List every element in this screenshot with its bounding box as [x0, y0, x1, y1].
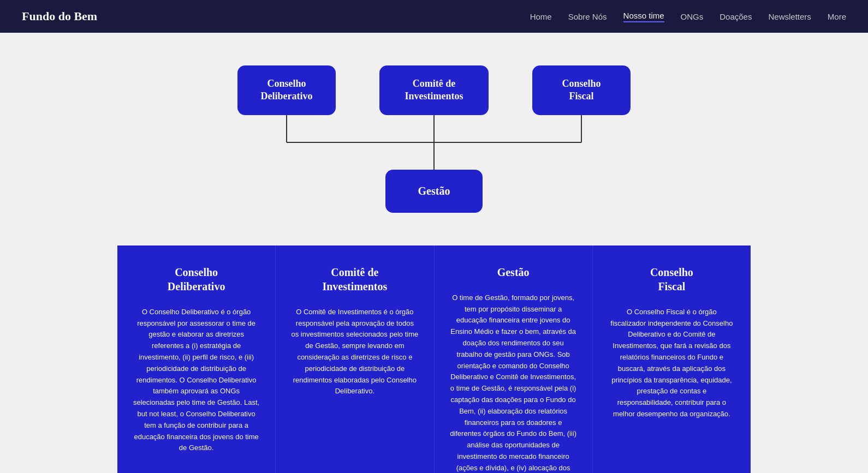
header: Fundo do Bem Home Sobre Nós Nosso time O…	[0, 0, 868, 33]
nav-ongs[interactable]: ONGs	[681, 12, 704, 21]
card-text-2: O Comitê de Investimentos é o órgão resp…	[291, 307, 418, 473]
cards-container: ConselhoDeliberativo O Conselho Delibera…	[11, 246, 857, 473]
card-title-2: Comitê deInvestimentos	[291, 265, 418, 294]
card-text-3: O time de Gestão, formado por jovens, te…	[450, 292, 577, 473]
logo: Fundo do Bem	[22, 9, 97, 23]
card-title-4: ConselhoFiscal	[608, 265, 735, 294]
nav-more[interactable]: More	[828, 12, 846, 21]
org-chart: ConselhoDeliberativo Comitê deInvestimen…	[11, 65, 857, 213]
card-conselho-fiscal: ConselhoFiscal O Conselho Fiscal é o órg…	[593, 246, 751, 473]
org-box-conselho-deliberativo: ConselhoDeliberativo	[237, 65, 336, 115]
nav-time[interactable]: Nosso time	[623, 11, 664, 22]
main-content: ConselhoDeliberativo Comitê deInvestimen…	[0, 33, 868, 473]
cards-row: ConselhoDeliberativo O Conselho Delibera…	[117, 246, 751, 473]
card-text-1: O Conselho Deliberativo é o órgão respon…	[133, 307, 260, 473]
org-connector-lines	[237, 115, 631, 170]
org-box-conselho-fiscal: ConselhoFiscal	[532, 65, 631, 115]
card-title-1: ConselhoDeliberativo	[133, 265, 260, 294]
org-box-comite-investimentos: Comitê deInvestimentos	[379, 65, 489, 115]
card-text-4: O Conselho Fiscal é o órgão fiscalizador…	[608, 307, 735, 473]
nav-sobre[interactable]: Sobre Nós	[568, 12, 607, 21]
org-box-gestao: Gestão	[385, 170, 483, 213]
card-conselho-deliberativo: ConselhoDeliberativo O Conselho Delibera…	[117, 246, 276, 473]
card-title-3: Gestão	[450, 265, 577, 279]
nav-newsletters[interactable]: Newsletters	[768, 12, 811, 21]
nav-doacoes[interactable]: Doações	[720, 12, 752, 21]
nav: Home Sobre Nós Nosso time ONGs Doações N…	[530, 11, 846, 22]
card-gestao: Gestão O time de Gestão, formado por jov…	[435, 246, 593, 473]
card-comite-investimentos: Comitê deInvestimentos O Comitê de Inves…	[276, 246, 434, 473]
nav-home[interactable]: Home	[530, 12, 552, 21]
